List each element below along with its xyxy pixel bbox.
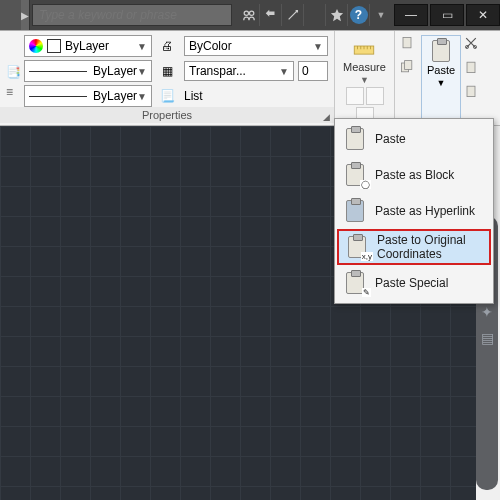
dropdown-arrow-icon: ▼ xyxy=(360,75,369,85)
scissors-icon xyxy=(463,35,479,51)
menu-item-paste-hyperlink[interactable]: Paste as Hyperlink xyxy=(337,193,491,229)
selectall-button[interactable] xyxy=(366,87,384,105)
options-icon[interactable] xyxy=(282,4,304,26)
menu-item-paste-block[interactable]: ◯ Paste as Block xyxy=(337,157,491,193)
color-swatch-icon xyxy=(47,39,61,53)
paste-dropdown-menu: Paste ◯ Paste as Block Paste as Hyperlin… xyxy=(334,118,494,304)
sign-in-icon[interactable] xyxy=(238,4,260,26)
object-color-value: ByLayer xyxy=(65,39,109,53)
separator-icon xyxy=(304,4,326,26)
paste-xy-icon: x,y xyxy=(345,235,369,259)
dropdown-arrow-icon: ▼ xyxy=(137,41,147,52)
transparency-value-input[interactable] xyxy=(298,61,328,81)
titlebar-quick-icons: ? ▼ xyxy=(238,4,392,26)
plotstyle-combo[interactable]: ByColor ▼ xyxy=(184,36,328,56)
plotstyle-icon: 🖨 xyxy=(158,37,176,55)
panel-title-properties: Properties xyxy=(0,107,334,123)
svg-point-1 xyxy=(249,11,253,15)
qat-expand-icon[interactable]: ▶ xyxy=(21,0,30,30)
paste-icon xyxy=(432,40,450,62)
measure-icon xyxy=(351,33,377,59)
svg-rect-9 xyxy=(467,86,475,96)
transparency-combo[interactable]: Transpar... ▼ xyxy=(184,61,294,81)
dropdown-arrow-icon: ▼ xyxy=(279,66,289,77)
copy-icon xyxy=(399,35,415,51)
help-icon: ? xyxy=(350,6,368,24)
svg-point-0 xyxy=(244,11,248,15)
svg-rect-3 xyxy=(403,37,411,47)
copyclip-button[interactable] xyxy=(399,59,419,79)
transparency-icon: ▦ xyxy=(158,62,176,80)
panel-expand-icon[interactable]: ◢ xyxy=(323,112,330,122)
copy2-icon xyxy=(399,59,415,75)
ribbon: 📑 ≡ ByLayer ▼ ByLayer ▼ ByLayer xyxy=(0,30,500,126)
search-input[interactable] xyxy=(32,4,232,26)
lineweight-value: ByLayer xyxy=(93,64,137,78)
copybase-button[interactable] xyxy=(463,59,483,79)
bylayer-override-icon[interactable]: ≡ xyxy=(6,85,24,99)
exchange-icon[interactable] xyxy=(260,4,282,26)
maximize-button[interactable]: ▭ xyxy=(430,4,464,26)
menu-item-paste-special[interactable]: ✎ Paste Special xyxy=(337,265,491,301)
color-wheel-icon xyxy=(29,39,43,53)
paste-link-icon xyxy=(343,199,367,223)
svg-rect-8 xyxy=(467,62,475,72)
plotstyle-value: ByColor xyxy=(189,39,232,53)
window-controls: — ▭ ✕ xyxy=(392,4,500,26)
help-button[interactable]: ? xyxy=(348,4,370,26)
paste-split-button[interactable]: Paste ▼ xyxy=(421,35,461,125)
linetype-combo[interactable]: ByLayer ▼ xyxy=(24,85,152,107)
favorite-icon[interactable] xyxy=(326,4,348,26)
panel-properties: 📑 ≡ ByLayer ▼ ByLayer ▼ ByLayer xyxy=(0,31,335,125)
help-dropdown-icon[interactable]: ▼ xyxy=(370,4,392,26)
clipboard2-icon xyxy=(463,83,479,99)
orbit-icon[interactable]: ✦ xyxy=(479,304,495,320)
menu-item-label: Paste as Block xyxy=(375,168,454,182)
paste-special-icon: ✎ xyxy=(343,271,367,295)
object-color-combo[interactable]: ByLayer ▼ xyxy=(24,35,152,57)
paste-block-icon: ◯ xyxy=(343,163,367,187)
list-icon: 📃 xyxy=(158,87,176,105)
clipboard-icon xyxy=(463,59,479,75)
menu-item-paste-original-coordinates[interactable]: x,y Paste to Original Coordinates xyxy=(337,229,491,265)
transparency-label: Transpar... xyxy=(189,64,246,78)
cut-button[interactable] xyxy=(399,35,419,55)
panel-clipboard: Paste ▼ xyxy=(395,31,500,125)
dropdown-arrow-icon: ▼ xyxy=(313,41,323,52)
menu-item-label: Paste xyxy=(375,132,406,146)
cut2-button[interactable] xyxy=(463,35,483,55)
search-box[interactable] xyxy=(32,4,232,26)
measure-button[interactable]: Measure ▼ xyxy=(343,33,386,85)
copy-link-button[interactable] xyxy=(463,83,483,103)
titlebar-left-section xyxy=(0,0,21,30)
title-bar: ▶ ? ▼ — ▭ ✕ xyxy=(0,0,500,30)
svg-rect-5 xyxy=(405,61,412,70)
showmotion-icon[interactable]: ▤ xyxy=(479,330,495,346)
measure-label: Measure xyxy=(343,61,386,73)
line-sample-icon xyxy=(29,96,87,97)
menu-item-label: Paste Special xyxy=(375,276,448,290)
list-button[interactable]: List xyxy=(184,89,203,103)
menu-item-label: Paste to Original Coordinates xyxy=(377,233,483,261)
minimize-button[interactable]: — xyxy=(394,4,428,26)
dropdown-arrow-icon: ▼ xyxy=(137,91,147,102)
quickselect-button[interactable] xyxy=(346,87,364,105)
linetype-value: ByLayer xyxy=(93,89,137,103)
dropdown-arrow-icon: ▼ xyxy=(137,66,147,77)
menu-item-label: Paste as Hyperlink xyxy=(375,204,475,218)
lineweight-combo[interactable]: ByLayer ▼ xyxy=(24,60,152,82)
close-button[interactable]: ✕ xyxy=(466,4,500,26)
line-sample-icon xyxy=(29,71,87,72)
panel-utilities: Measure ▼ xyxy=(335,31,395,125)
paste-label: Paste xyxy=(427,64,455,76)
match-properties-icon[interactable]: 📑 xyxy=(6,65,24,79)
dropdown-arrow-icon: ▼ xyxy=(437,78,446,88)
paste-icon xyxy=(343,127,367,151)
menu-item-paste[interactable]: Paste xyxy=(337,121,491,157)
